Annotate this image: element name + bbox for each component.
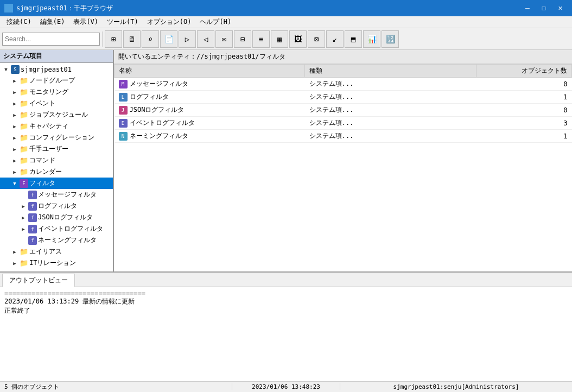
- zoom-icon[interactable]: ⌕: [142, 30, 159, 48]
- doc-icon[interactable]: 📄: [160, 30, 177, 48]
- tree-label-alias: エイリアス: [29, 247, 62, 256]
- tree-node-monitoring[interactable]: ▶📁モニタリング: [0, 86, 113, 98]
- expand-logfilter[interactable]: ▶: [20, 203, 27, 210]
- menu-item-オプション(O)[interactable]: オプション(O): [143, 16, 196, 28]
- data-table: 名称 種類 オブジェクト数 Mメッセージフィルタシステム項...0Lログフィルタ…: [114, 64, 572, 143]
- tree-node-event[interactable]: ▶📁イベント: [0, 98, 113, 109]
- expand-namingfilter[interactable]: [20, 237, 27, 244]
- arrow-icon[interactable]: ↙: [326, 30, 344, 48]
- right-panel: 開いているエンティティ：//sjmgrjpeast01/フィルタ 名称 種類 オ…: [114, 50, 572, 271]
- maximize-button[interactable]: □: [536, 2, 551, 14]
- expand-alias[interactable]: ▶: [11, 248, 18, 256]
- expand-event[interactable]: ▶: [11, 100, 18, 108]
- expand-command[interactable]: ▶: [11, 157, 18, 165]
- bar-icon[interactable]: 📊: [363, 30, 380, 48]
- tree-label-nodegroup: ノードグループ: [29, 76, 75, 85]
- minus-icon[interactable]: ⊟: [234, 30, 251, 48]
- left-panel-header: システム項目: [0, 50, 113, 63]
- tree-icon-jobschedule: 📁: [20, 111, 28, 119]
- cell-type-2: システム項...: [305, 104, 476, 117]
- monitor-icon[interactable]: 🖥: [123, 30, 141, 48]
- minimize-button[interactable]: ─: [520, 2, 535, 14]
- row-icon-3: E: [119, 119, 128, 128]
- menu-item-接続(C)[interactable]: 接続(C): [2, 16, 36, 28]
- back-icon[interactable]: ◁: [197, 30, 214, 48]
- tree-node-logfilter[interactable]: ▶fログフィルタ: [0, 200, 113, 212]
- row-icon-1: L: [119, 93, 128, 102]
- tree-node-config[interactable]: ▶📁コンフィグレーション: [0, 132, 113, 143]
- list-icon[interactable]: ≡: [252, 30, 270, 48]
- tree-node-root[interactable]: ▼Ssjmgrjpeast01: [0, 64, 113, 75]
- close-button[interactable]: ✕: [552, 2, 568, 14]
- tree-label-jsonlogfilter: JSONログフィルタ: [38, 213, 93, 222]
- tree-label-filter: フィルタ: [29, 179, 55, 188]
- tree-node-calendar[interactable]: ▶📁カレンダー: [0, 166, 113, 178]
- tree-label-itrelation: ITリレーション: [29, 258, 76, 268]
- tree-node-eventlogfilter[interactable]: ▶fイベントログフィルタ: [0, 223, 113, 235]
- expand-eventlogfilter[interactable]: ▶: [20, 225, 27, 233]
- image-icon[interactable]: 🖼: [289, 30, 307, 48]
- play-icon[interactable]: ▷: [179, 30, 196, 48]
- expand-msgfilter[interactable]: [20, 191, 27, 199]
- menu-item-編集(E)[interactable]: 編集(E): [36, 16, 69, 28]
- tree-node-itrelation[interactable]: ▶📁ITリレーション: [0, 257, 113, 269]
- expand-jobschedule[interactable]: ▶: [11, 111, 18, 119]
- expand-nodegroup[interactable]: ▶: [11, 77, 18, 85]
- col-header-count[interactable]: オブジェクト数: [476, 65, 572, 78]
- col-header-name[interactable]: 名称: [115, 65, 305, 78]
- tree-node-alias[interactable]: ▶📁エイリアス: [0, 246, 113, 257]
- mail-icon[interactable]: ✉: [215, 30, 233, 48]
- expand-config[interactable]: ▶: [11, 134, 18, 142]
- tree-icon-filter: F: [20, 179, 28, 188]
- menu-item-表示(V)[interactable]: 表示(V): [69, 16, 103, 28]
- tree-label-command: コマンド: [29, 156, 55, 165]
- tree-node-filter[interactable]: ▼Fフィルタ: [0, 178, 113, 189]
- tree-node-users[interactable]: ▶📁千手ユーザー: [0, 143, 113, 155]
- grid-icon[interactable]: ⊞: [105, 30, 122, 48]
- table-row[interactable]: Nネーミングフィルタシステム項...1: [115, 130, 572, 143]
- tree-label-jobschedule: ジョブスケジュール: [29, 110, 88, 119]
- tree-node-jsonlogfilter[interactable]: ▶fJSONログフィルタ: [0, 212, 113, 223]
- tree-node-command[interactable]: ▶📁コマンド: [0, 155, 113, 166]
- table-row[interactable]: Mメッセージフィルタシステム項...0: [115, 78, 572, 91]
- main-area: システム項目 ▼Ssjmgrjpeast01▶📁ノードグループ▶📁モニタリング▶…: [0, 50, 572, 273]
- menu-item-ツール(T)[interactable]: ツール(T): [103, 16, 143, 28]
- tree-node-msgfilter[interactable]: fメッセージフィルタ: [0, 189, 113, 200]
- status-datetime: 2023/01/06 13:48:23: [232, 383, 340, 390]
- tree-icon-msgfilter: f: [28, 191, 37, 199]
- cell-type-4: システム項...: [305, 130, 476, 143]
- expand-capacity[interactable]: ▶: [11, 123, 18, 130]
- search-input[interactable]: [2, 33, 100, 46]
- expand-itrelation[interactable]: ▶: [11, 260, 18, 267]
- tree-node-namingfilter[interactable]: fネーミングフィルタ: [0, 235, 113, 246]
- row-icon-2: J: [119, 106, 128, 115]
- content-table: 名称 種類 オブジェクト数 Mメッセージフィルタシステム項...0Lログフィルタ…: [114, 64, 572, 271]
- box-icon[interactable]: ⊠: [308, 30, 325, 48]
- menu-item-ヘルプ(H)[interactable]: ヘルプ(H): [195, 16, 236, 28]
- tree-label-logfilter: ログフィルタ: [38, 201, 77, 211]
- tree-icon-jsonlogfilter: f: [28, 213, 37, 222]
- tree-node-capacity[interactable]: ▶📁キャパシティ: [0, 121, 113, 132]
- col-header-type[interactable]: 種類: [305, 65, 476, 78]
- table-row[interactable]: Lログフィルタシステム項...1: [115, 91, 572, 104]
- expand-jsonlogfilter[interactable]: ▶: [20, 214, 27, 222]
- expand-calendar[interactable]: ▶: [11, 168, 18, 176]
- output-tab[interactable]: アウトプットビュー: [2, 274, 75, 287]
- num-icon[interactable]: 🔢: [382, 30, 399, 48]
- tree-label-monitoring: モニタリング: [29, 87, 68, 97]
- half-icon[interactable]: ⬒: [345, 30, 362, 48]
- status-object-count: 5 個のオブジェクト: [0, 383, 232, 391]
- chart-icon[interactable]: ▦: [271, 30, 288, 48]
- window-controls: ─ □ ✕: [520, 2, 568, 14]
- tree-icon-logfilter: f: [28, 202, 37, 211]
- tree-node-jobschedule[interactable]: ▶📁ジョブスケジュール: [0, 109, 113, 121]
- table-row[interactable]: Eイベントログフィルタシステム項...3: [115, 117, 572, 130]
- table-row[interactable]: JJSONログフィルタシステム項...0: [115, 104, 572, 117]
- expand-filter[interactable]: ▼: [11, 180, 18, 187]
- status-user: sjmgrjpeast01:senju[Administrators]: [340, 383, 572, 390]
- expand-users[interactable]: ▶: [11, 146, 18, 153]
- expand-monitoring[interactable]: ▶: [11, 88, 18, 96]
- tree-node-nodegroup[interactable]: ▶📁ノードグループ: [0, 75, 113, 86]
- expand-root[interactable]: ▼: [2, 66, 10, 73]
- cell-type-0: システム項...: [305, 78, 476, 91]
